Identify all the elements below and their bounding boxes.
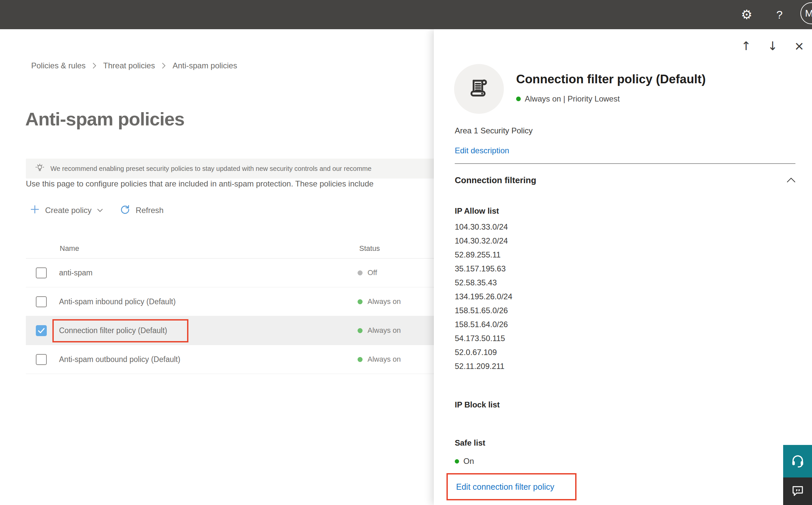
ip-entry: 134.195.26.0/24 xyxy=(455,290,513,304)
ip-entry: 158.51.65.0/26 xyxy=(455,304,513,318)
chevron-right-icon xyxy=(92,62,96,69)
row-checkbox[interactable] xyxy=(36,354,47,365)
safe-list-heading: Safe list xyxy=(455,438,485,448)
ip-entry: 52.0.67.109 xyxy=(455,345,513,359)
ip-allow-list-heading: IP Allow list xyxy=(455,206,499,216)
divider xyxy=(455,163,795,164)
scroll-policy-icon xyxy=(466,75,492,103)
ip-entry: 52.58.35.43 xyxy=(455,276,513,290)
status-label: Always on xyxy=(368,326,401,335)
status-on-dot xyxy=(358,299,363,304)
lightbulb-icon xyxy=(34,163,45,175)
breadcrumb-policies-rules[interactable]: Policies & rules xyxy=(31,61,85,70)
safe-list-status: On xyxy=(455,457,474,466)
create-policy-button[interactable]: Create policy xyxy=(30,204,103,216)
feedback-button[interactable] xyxy=(783,478,812,505)
settings-gear-icon[interactable]: ⚙︎ xyxy=(739,0,754,29)
policy-name-link[interactable]: anti-spam xyxy=(59,269,92,278)
row-checkbox-checked[interactable] xyxy=(36,325,47,336)
status-off-dot xyxy=(358,271,363,276)
status-label: Always on xyxy=(368,297,401,306)
policy-details-flyout: ↑ ↓ × Connection filter policy (Default)… xyxy=(434,29,812,505)
help-icon[interactable]: ? xyxy=(773,0,786,29)
ip-entry: 35.157.195.63 xyxy=(455,262,513,276)
breadcrumb-threat-policies[interactable]: Threat policies xyxy=(103,61,155,70)
ip-entry: 52.89.255.11 xyxy=(455,248,513,262)
edit-connection-filter-policy-link[interactable]: Edit connection filter policy xyxy=(456,482,554,492)
ip-entry: 158.51.64.0/26 xyxy=(455,318,513,331)
table-row-anti-spam-outbound[interactable]: Anti-spam outbound policy (Default) Alwa… xyxy=(26,345,438,374)
refresh-button[interactable]: Refresh xyxy=(120,204,164,217)
table-row-connection-filter[interactable]: Connection filter policy (Default) Alway… xyxy=(26,316,438,345)
status-priority-text: Always on | Priority Lowest xyxy=(525,94,620,104)
account-avatar[interactable]: M xyxy=(800,2,812,24)
edit-description-link[interactable]: Edit description xyxy=(455,146,509,155)
policy-name-link[interactable]: Anti-spam inbound policy (Default) xyxy=(59,297,176,306)
policy-avatar xyxy=(454,64,504,114)
feedback-speech-bubble-icon xyxy=(791,484,805,499)
policy-table: Name Status anti-spam Off Anti-spam inbo… xyxy=(26,233,438,374)
table-row-anti-spam[interactable]: anti-spam Off xyxy=(26,259,438,287)
breadcrumb: Policies & rules Threat policies Anti-sp… xyxy=(31,61,237,70)
chevron-up-icon[interactable] xyxy=(786,177,796,184)
column-header-name[interactable]: Name xyxy=(60,244,79,253)
ip-allow-list: 104.30.33.0/24 104.30.32.0/24 52.89.255.… xyxy=(455,220,513,373)
refresh-icon xyxy=(120,204,130,217)
banner-text: We recommend enabling preset security po… xyxy=(50,165,372,173)
safe-list-value: On xyxy=(463,457,474,466)
ip-entry: 104.30.33.0/24 xyxy=(455,220,513,234)
row-checkbox[interactable] xyxy=(36,268,47,278)
breadcrumb-anti-spam-policies[interactable]: Anti-spam policies xyxy=(173,61,237,70)
headset-icon xyxy=(790,453,806,470)
edit-link-highlight-box: Edit connection filter policy xyxy=(446,473,577,500)
table-header: Name Status xyxy=(26,233,438,259)
status-on-dot xyxy=(455,459,459,464)
app-root: ⚙︎ ? M Policies & rules Threat policies … xyxy=(0,0,812,505)
chevron-right-icon xyxy=(162,62,166,69)
top-bar: ⚙︎ ? M xyxy=(0,0,812,29)
create-policy-label: Create policy xyxy=(45,206,91,215)
toolbar: Create policy Refresh xyxy=(30,202,164,219)
status-label: Always on xyxy=(368,355,401,364)
policy-description: Area 1 Security Policy xyxy=(455,126,533,135)
policy-name-link[interactable]: Connection filter policy (Default) xyxy=(59,326,167,335)
corner-buttons xyxy=(783,445,812,505)
chevron-down-icon xyxy=(97,208,103,212)
plus-icon xyxy=(30,204,40,216)
table-row-anti-spam-inbound[interactable]: Anti-spam inbound policy (Default) Alway… xyxy=(26,287,438,316)
ip-block-list-heading: IP Block list xyxy=(455,400,500,409)
support-button[interactable] xyxy=(783,445,812,478)
next-item-arrow-down-icon[interactable]: ↓ xyxy=(768,39,778,53)
connection-filtering-heading: Connection filtering xyxy=(455,175,536,185)
previous-item-arrow-up-icon[interactable]: ↑ xyxy=(741,39,751,53)
status-label: Off xyxy=(368,269,377,277)
avatar-initial: M xyxy=(805,8,812,19)
status-on-dot xyxy=(358,357,363,362)
ip-entry: 54.173.50.115 xyxy=(455,331,513,345)
recommendation-banner: We recommend enabling preset security po… xyxy=(26,159,438,178)
page-description: Use this page to configure policies that… xyxy=(26,179,437,188)
column-header-status[interactable]: Status xyxy=(359,244,380,253)
policy-name-link[interactable]: Anti-spam outbound policy (Default) xyxy=(59,355,180,364)
ip-entry: 52.11.209.211 xyxy=(455,359,513,373)
refresh-label: Refresh xyxy=(136,206,164,215)
page-title: Anti-spam policies xyxy=(25,108,184,130)
flyout-title: Connection filter policy (Default) xyxy=(516,72,705,86)
status-on-dot xyxy=(358,328,363,333)
status-on-dot xyxy=(516,97,521,101)
close-icon[interactable]: × xyxy=(795,37,804,55)
ip-entry: 104.30.32.0/24 xyxy=(455,234,513,248)
row-checkbox[interactable] xyxy=(36,296,47,307)
flyout-nav: ↑ ↓ × xyxy=(434,29,812,62)
flyout-status-line: Always on | Priority Lowest xyxy=(516,94,620,104)
